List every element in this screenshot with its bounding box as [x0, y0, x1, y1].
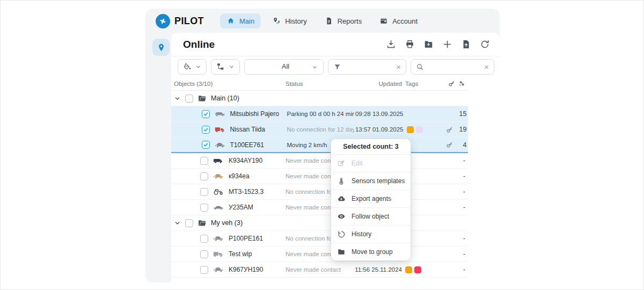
clear-filter-icon[interactable]: × — [396, 63, 401, 71]
clear-search-icon[interactable]: × — [484, 63, 489, 71]
chevron-down-icon[interactable] — [174, 95, 181, 102]
vehicle-sport-icon — [213, 204, 224, 211]
wallet-icon — [379, 17, 388, 25]
group-row[interactable]: My veh (3) — [171, 215, 468, 231]
object-row[interactable]: Nissan TiidaNo connection for 12 day13:5… — [171, 122, 468, 137]
object-row[interactable]: У235АМNever made contact- — [171, 200, 468, 215]
filter-input[interactable] — [345, 62, 392, 71]
object-row[interactable]: K934AY190Never made contact- — [171, 153, 468, 169]
edit-icon — [337, 159, 346, 168]
menu-item-export-agents[interactable]: Export agents — [331, 190, 411, 208]
key-icon — [448, 80, 455, 87]
chevron-down-icon[interactable] — [174, 220, 181, 227]
tag-chip — [407, 126, 414, 133]
object-row[interactable]: Mitsubishi PajeroParking 00 d 00 h 24 mi… — [171, 106, 468, 122]
group-checkbox[interactable] — [185, 219, 193, 227]
row-checkbox[interactable] — [200, 204, 208, 212]
object-updated: 11:56 25.11.2024 — [353, 266, 402, 273]
group-select-value: All — [279, 63, 289, 70]
tab-account[interactable]: Account — [373, 13, 424, 28]
object-row[interactable]: Test wlpNever made contact- — [171, 247, 468, 262]
panel-header: Online — [171, 33, 500, 56]
search-input[interactable] — [428, 62, 480, 71]
row-checkbox[interactable] — [200, 250, 208, 258]
plus-icon[interactable] — [442, 39, 452, 49]
funnel-icon — [333, 63, 341, 71]
tab-label: Reports — [338, 17, 362, 25]
menu-item-label: Export agents — [352, 195, 391, 202]
object-name: к934ea — [229, 172, 250, 180]
group-row[interactable]: Main (10) — [171, 91, 468, 106]
row-checkbox[interactable] — [200, 235, 208, 243]
cloud-download-icon — [337, 194, 346, 203]
object-name: K967УН190 — [229, 266, 263, 273]
row-checkbox[interactable] — [200, 266, 208, 274]
object-tags — [402, 266, 440, 273]
home-icon — [226, 17, 235, 25]
group-select[interactable]: All — [244, 59, 324, 75]
column-objects[interactable]: Objects (3/10) — [174, 81, 286, 87]
search-input-box: × — [411, 59, 494, 75]
vehicle-truck-icon — [213, 250, 224, 258]
object-value: 15 — [456, 110, 467, 118]
map-pin-icon — [157, 43, 166, 52]
object-row[interactable]: к934eaNever made contact- — [171, 169, 468, 184]
row-checkbox[interactable] — [200, 157, 208, 165]
brand-name: PILOT — [174, 16, 204, 27]
object-row[interactable]: T100EE761Moving 2 km/h4 — [171, 137, 468, 153]
brand-logo: PILOT — [156, 14, 204, 28]
tab-label: Account — [392, 17, 418, 25]
column-tags[interactable]: Tags — [402, 81, 440, 87]
object-row[interactable]: МТЗ-1523.3No connection for- — [171, 184, 468, 200]
vehicle-car-icon — [213, 266, 224, 273]
tab-reports[interactable]: Reports — [318, 13, 369, 28]
panel-toolbar — [386, 39, 490, 49]
menu-item-label: Sensors templates — [352, 177, 405, 185]
refresh-icon[interactable] — [480, 39, 490, 49]
menu-item-edit[interactable]: Edit — [331, 155, 411, 172]
nav-tabs: MainHistoryReportsAccount — [220, 13, 424, 28]
paint-fill-icon — [183, 62, 192, 71]
menu-item-history[interactable]: History — [331, 226, 411, 243]
row-checkbox[interactable] — [202, 110, 210, 118]
tag-chip — [414, 266, 421, 273]
icon-style-dropdown[interactable] — [178, 59, 207, 75]
row-checkbox[interactable] — [200, 188, 208, 196]
object-name: Mitsubishi Pajero — [230, 110, 279, 118]
object-value: - — [455, 172, 465, 180]
eye-icon — [337, 212, 346, 221]
row-checkbox[interactable] — [200, 172, 208, 180]
object-value: - — [455, 157, 465, 164]
object-row[interactable]: K967УН190Never made contact11:56 25.11.2… — [171, 262, 468, 278]
tab-history[interactable]: History — [266, 13, 313, 28]
print-icon[interactable] — [405, 39, 415, 49]
object-value: 19 — [456, 126, 467, 133]
column-status[interactable]: Status — [286, 81, 353, 87]
download-icon[interactable] — [386, 39, 396, 49]
folder-add-icon[interactable] — [423, 39, 434, 49]
object-name: Nissan Tiida — [230, 126, 265, 133]
row-checkbox[interactable] — [202, 126, 210, 134]
folder-icon — [337, 248, 346, 256]
filter-bar: All × × — [171, 56, 500, 77]
app-card: PILOT MainHistoryReportsAccount Online A… — [145, 9, 500, 282]
sidebar-map-pin-button[interactable] — [152, 39, 170, 56]
column-updated[interactable]: Updated — [353, 81, 402, 87]
tag-chip — [405, 266, 412, 273]
object-row[interactable]: P100PE161No connection for- — [171, 231, 468, 247]
menu-item-follow-object[interactable]: Follow object — [331, 208, 411, 226]
group-checkbox[interactable] — [185, 95, 193, 103]
vehicle-car-icon — [213, 235, 224, 242]
check-icon — [203, 127, 209, 133]
object-status: Parking 00 d 00 h 24 min — [287, 111, 354, 117]
menu-item-sensors-templates[interactable]: Sensors templates — [331, 172, 411, 190]
context-menu-items: EditSensors templatesExport agentsFollow… — [331, 155, 411, 260]
key-icon — [446, 126, 453, 133]
tree-icon — [216, 62, 225, 71]
file-export-icon[interactable] — [461, 39, 471, 49]
tree-view-dropdown[interactable] — [211, 59, 240, 75]
check-icon — [203, 142, 209, 148]
menu-item-move-to-group[interactable]: Move to group — [331, 243, 411, 260]
row-checkbox[interactable] — [202, 141, 210, 149]
tab-main[interactable]: Main — [220, 13, 261, 28]
